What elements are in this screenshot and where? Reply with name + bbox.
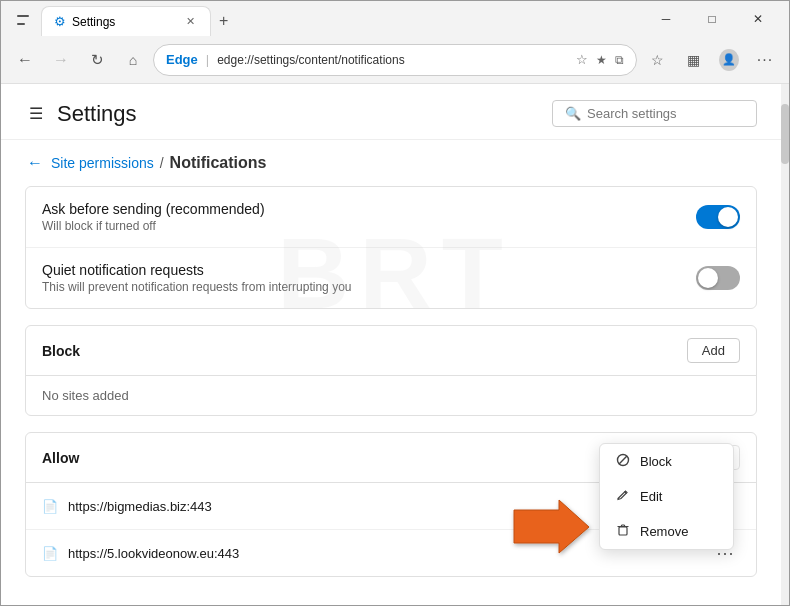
svg-rect-1	[17, 23, 25, 25]
refresh-button[interactable]: ↻	[81, 44, 113, 76]
hamburger-menu-button[interactable]: ☰	[25, 100, 47, 127]
ask-before-sending-toggle[interactable]	[696, 205, 740, 229]
context-menu-block-item[interactable]: Block	[600, 444, 733, 479]
breadcrumb-current-page: Notifications	[170, 154, 267, 172]
block-card: Block Add No sites added	[25, 325, 757, 416]
site-page-icon-1: 📄	[42, 499, 58, 514]
address-bar[interactable]: Edge | edge://settings/content/notificat…	[153, 44, 637, 76]
scrollbar[interactable]	[781, 84, 789, 606]
svg-rect-0	[17, 15, 29, 17]
tab-close-button[interactable]: ✕	[182, 14, 198, 30]
block-context-label: Block	[640, 454, 672, 469]
block-section-header: Block Add	[26, 326, 756, 376]
search-box[interactable]: 🔍 Search settings	[552, 100, 757, 127]
svg-line-3	[619, 456, 627, 464]
ask-before-sending-info: Ask before sending (recommended) Will bl…	[42, 201, 265, 233]
new-tab-button[interactable]: +	[211, 6, 236, 36]
remove-context-label: Remove	[640, 524, 688, 539]
address-separator: |	[206, 52, 209, 67]
quiet-notification-info: Quiet notification requests This will pr…	[42, 262, 351, 294]
navigation-bar: ← → ↻ ⌂ Edge | edge://settings/content/n…	[1, 36, 789, 84]
settings-page-title: Settings	[57, 101, 137, 127]
minimize-button[interactable]: ─	[643, 4, 689, 34]
ask-before-sending-desc: Will block if turned off	[42, 219, 265, 233]
breadcrumb-separator: /	[160, 155, 164, 171]
search-placeholder: Search settings	[587, 106, 677, 121]
tab-favicon: ⚙	[54, 14, 66, 29]
edit-context-icon	[616, 488, 630, 505]
svg-marker-10	[514, 500, 589, 553]
quiet-notification-desc: This will prevent notification requests …	[42, 280, 351, 294]
settings-header: ☰ Settings 🔍 Search settings	[1, 84, 781, 140]
block-add-button[interactable]: Add	[687, 338, 740, 363]
breadcrumb-back-button[interactable]: ←	[25, 152, 45, 174]
profile-button[interactable]: 👤	[713, 44, 745, 76]
quiet-notification-toggle[interactable]	[696, 266, 740, 290]
context-menu-remove-item[interactable]: Remove	[600, 514, 733, 549]
allow-section-title: Allow	[42, 450, 79, 466]
ask-before-sending-label: Ask before sending (recommended)	[42, 201, 265, 217]
share-icon[interactable]: ⧉	[615, 53, 624, 67]
sidebar-toggle-icon[interactable]	[9, 6, 37, 34]
settings-tab[interactable]: ⚙ Settings ✕	[41, 6, 211, 36]
maximize-button[interactable]: □	[689, 4, 735, 34]
context-menu: Block Edit Remove	[599, 443, 734, 550]
ask-before-sending-item: Ask before sending (recommended) Will bl…	[26, 187, 756, 248]
arrow-pointer	[504, 495, 594, 563]
context-menu-edit-item[interactable]: Edit	[600, 479, 733, 514]
trash-context-icon	[616, 523, 630, 540]
tab-label: Settings	[72, 15, 115, 29]
site-page-icon-2: 📄	[42, 546, 58, 561]
star-icon[interactable]: ☆	[576, 52, 588, 67]
more-options-button[interactable]: ···	[749, 44, 781, 76]
home-button[interactable]: ⌂	[117, 44, 149, 76]
forward-button[interactable]: →	[45, 44, 77, 76]
quiet-notification-label: Quiet notification requests	[42, 262, 351, 278]
favorites-icon[interactable]: ★	[596, 53, 607, 67]
block-context-icon	[616, 453, 630, 470]
edge-logo-icon: Edge	[166, 52, 198, 67]
ask-before-sending-card: Ask before sending (recommended) Will bl…	[25, 186, 757, 309]
close-button[interactable]: ✕	[735, 4, 781, 34]
address-text: edge://settings/content/notifications	[217, 53, 568, 67]
quiet-notification-item: Quiet notification requests This will pr…	[26, 248, 756, 308]
breadcrumb: ← Site permissions / Notifications	[1, 140, 781, 186]
breadcrumb-parent-link[interactable]: Site permissions	[51, 155, 154, 171]
block-empty-label: No sites added	[26, 376, 756, 415]
back-button[interactable]: ←	[9, 44, 41, 76]
edit-context-label: Edit	[640, 489, 662, 504]
block-section-title: Block	[42, 343, 80, 359]
svg-rect-5	[619, 527, 627, 535]
search-icon: 🔍	[565, 106, 581, 121]
collections-button[interactable]: ▦	[677, 44, 709, 76]
favorites-button[interactable]: ☆	[641, 44, 673, 76]
window-controls: ─ □ ✕	[643, 4, 781, 34]
